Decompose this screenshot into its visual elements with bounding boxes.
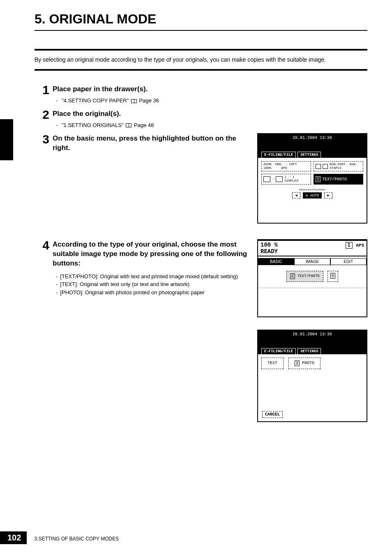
- bullet-photo: [PHOTO]: Original with photos printed on…: [60, 289, 205, 297]
- scr2-count: 1: [346, 242, 353, 249]
- scr1-timestamp: 28.01.2004 13:38: [258, 136, 367, 140]
- doc-icon: [295, 360, 300, 366]
- scr1-tab-settings[interactable]: SETTINGS: [297, 152, 321, 158]
- step-3-number: 3: [35, 133, 49, 145]
- scr3-photo-button[interactable]: PHOTO: [288, 358, 321, 369]
- page-number: 102: [0, 531, 27, 544]
- page-content: 5. ORIGINAL MODE By selecting an origina…: [0, 0, 392, 422]
- chapter-label: 3.SETTING OF BASIC COPY MODES: [34, 536, 119, 542]
- title-bar: 5. ORIGINAL MODE: [35, 12, 367, 31]
- step-4-row: 4 According to the type of your original…: [35, 239, 367, 422]
- scr3-cancel-button[interactable]: CANCEL: [262, 411, 283, 418]
- step-2-ref-page: Page 48: [134, 122, 154, 128]
- scr1-header: 28.01.2004 13:38 E-FILING/FILE SETTINGS: [258, 134, 367, 158]
- tray-icon: [323, 164, 328, 169]
- step-1-ref-label: "4.SETTING COPY PAPER": [62, 97, 129, 104]
- bullet-textphoto: [TEXT/PHOTO]: Original with text and pri…: [60, 272, 238, 281]
- step-1-heading: Place paper in the drawer(s).: [53, 85, 367, 94]
- step-4-heading: According to the type of your original, …: [53, 240, 249, 268]
- scr2-tab-edit[interactable]: EDIT: [330, 258, 367, 265]
- scr1-prev-button[interactable]: ◀: [292, 192, 300, 199]
- step-2-ref-label: "1.SETTING ORIGINALS": [62, 122, 124, 128]
- scr1-textphoto-button[interactable]: TEXT/PHOTO: [314, 174, 363, 185]
- doc-icon: [330, 273, 335, 279]
- page-icon: [263, 176, 270, 182]
- intro-paragraph: By selecting an original mode according …: [35, 55, 367, 64]
- side-index-tab: [0, 119, 13, 160]
- bullet-text: [TEXT]: Original with text only (or text…: [60, 280, 189, 289]
- scr1-bottom-nav: ▭▭▭▭▭▾▭▭▭▭▭ ◀ ◎ AUTO ▶: [261, 188, 363, 199]
- screenshot-image-tab: 100 % 1 APS READY BASIC IMAGE EDIT: [257, 239, 367, 317]
- scr1-simplex-panel[interactable]: → 1 → 1 SIMPLEX: [261, 174, 311, 185]
- scr3-tab-efiling[interactable]: E-FILING/FILE: [261, 348, 296, 355]
- step-2-ref: - "1.SETTING ORIGINALS" Page 48: [56, 122, 367, 128]
- step-2: 2 Place the original(s). - "1.SETTING OR…: [35, 108, 367, 128]
- scr3-timestamp: 28.01.2004 13:38: [258, 332, 367, 337]
- scr2-tab-image[interactable]: IMAGE: [294, 258, 330, 265]
- scr1-zoom-panel[interactable]: ZOOM ORG. → COPY 100% APS: [261, 161, 311, 172]
- screenshot-basic-menu: 28.01.2004 13:38 E-FILING/FILE SETTINGS …: [257, 133, 367, 224]
- scr1-sort-panel[interactable]: NON-SORT. NON-STAPLE: [314, 161, 363, 172]
- book-icon: [126, 123, 131, 127]
- scr2-ready: READY: [261, 248, 364, 255]
- step-3-heading: On the basic menu, press the highlighted…: [53, 134, 249, 153]
- scr2-textphoto-button[interactable]: TEXT/PHOTO: [286, 271, 323, 282]
- scr1-next-button[interactable]: ▶: [324, 192, 332, 199]
- page-icon: [276, 176, 283, 182]
- scr1-auto-button[interactable]: ◎ AUTO: [303, 192, 322, 199]
- step-4-number: 4: [35, 239, 49, 252]
- scr3-tab-settings[interactable]: SETTINGS: [297, 348, 321, 355]
- tray-icon: [316, 164, 321, 169]
- section-title: 5. ORIGINAL MODE: [35, 12, 367, 27]
- scr2-status: 100 % 1 APS READY: [258, 240, 367, 256]
- step-1: 1 Place paper in the drawer(s). - "4.SET…: [35, 84, 367, 104]
- scr2-zoom: 100 %: [261, 242, 278, 248]
- rule-top: [35, 49, 367, 51]
- scr2-icon-button[interactable]: [327, 271, 338, 282]
- book-icon: [131, 99, 137, 103]
- scr2-aps: APS: [356, 243, 364, 248]
- step-1-number: 1: [35, 84, 49, 96]
- page-footer: 102 3.SETTING OF BASIC COPY MODES: [0, 531, 119, 544]
- doc-icon: [290, 273, 295, 279]
- scr1-tab-efiling[interactable]: E-FILING/FILE: [261, 152, 296, 158]
- scr2-tab-basic[interactable]: BASIC: [258, 258, 294, 265]
- step-2-heading: Place the original(s).: [53, 109, 367, 119]
- doc-icon: [316, 176, 321, 182]
- step-3-row: 3 On the basic menu, press the highlight…: [35, 133, 367, 224]
- step-2-number: 2: [35, 108, 49, 121]
- step-4-bullets: -[TEXT/PHOTO]: Original with text and pr…: [56, 272, 249, 297]
- step-1-ref: - "4.SETTING COPY PAPER" Page 36: [56, 97, 367, 104]
- screenshot-mode-select: 28.01.2004 13:38 E-FILING/FILE SETTINGS …: [257, 330, 367, 422]
- rule-bottom: [35, 69, 367, 71]
- step-1-ref-page: Page 36: [139, 97, 159, 104]
- scr3-text-button[interactable]: TEXT: [261, 358, 284, 369]
- scr3-header: 28.01.2004 13:38 E-FILING/FILE SETTINGS: [258, 330, 367, 354]
